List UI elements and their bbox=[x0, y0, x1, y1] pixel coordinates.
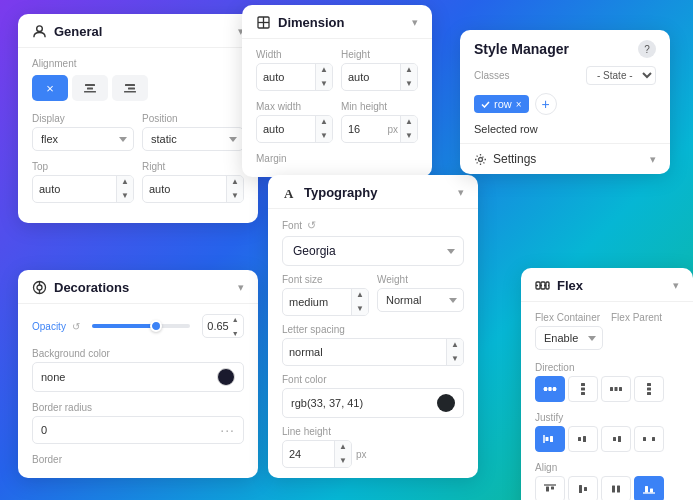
svg-rect-27 bbox=[610, 387, 613, 391]
decorations-chevron-icon: ▾ bbox=[238, 281, 244, 294]
width-decrement[interactable]: ▼ bbox=[316, 77, 332, 91]
font-size-increment[interactable]: ▲ bbox=[352, 288, 368, 302]
min-height-increment[interactable]: ▲ bbox=[401, 115, 417, 129]
general-body: Alignment × Display bbox=[18, 48, 258, 223]
min-height-stepper: px ▲ ▼ bbox=[341, 115, 418, 143]
font-select[interactable]: Georgia bbox=[282, 236, 464, 266]
opacity-increment[interactable]: ▲ bbox=[232, 312, 239, 326]
flex-container-parent-row: Flex Container Enable Flex Parent bbox=[535, 312, 679, 352]
tag-close-button[interactable]: × bbox=[516, 99, 522, 110]
right-decrement[interactable]: ▼ bbox=[227, 189, 243, 203]
font-refresh-icon[interactable]: ↺ bbox=[307, 219, 316, 232]
font-size-input[interactable] bbox=[283, 296, 351, 308]
min-height-input[interactable] bbox=[342, 123, 386, 135]
align-center-btn[interactable] bbox=[568, 476, 598, 500]
justify-start-btn[interactable] bbox=[535, 426, 565, 452]
max-width-decrement[interactable]: ▼ bbox=[316, 129, 332, 143]
display-field: Display flex bbox=[32, 113, 134, 151]
align-end-btn[interactable] bbox=[634, 476, 664, 500]
direction-col-rev-btn[interactable] bbox=[634, 376, 664, 402]
help-button[interactable]: ? bbox=[638, 40, 656, 58]
flex-container-select[interactable]: Enable bbox=[535, 326, 603, 350]
letter-spacing-decrement[interactable]: ▼ bbox=[447, 352, 463, 366]
svg-rect-46 bbox=[584, 487, 587, 491]
top-decrement[interactable]: ▼ bbox=[117, 189, 133, 203]
svg-rect-1 bbox=[85, 84, 95, 86]
opacity-decrement[interactable]: ▼ bbox=[232, 326, 239, 340]
settings-row[interactable]: Settings ▾ bbox=[460, 143, 670, 174]
font-color-label: Font color bbox=[282, 374, 464, 385]
max-width-increment[interactable]: ▲ bbox=[316, 115, 332, 129]
state-dropdown[interactable]: - State - bbox=[586, 66, 656, 85]
top-increment[interactable]: ▲ bbox=[117, 175, 133, 189]
bg-color-swatch bbox=[217, 368, 235, 386]
letter-spacing-stepper: ▲ ▼ bbox=[282, 338, 464, 366]
height-decrement[interactable]: ▼ bbox=[401, 77, 417, 91]
border-radius-field[interactable]: 0 ··· bbox=[32, 416, 244, 444]
line-height-increment[interactable]: ▲ bbox=[335, 440, 351, 454]
dots-icon: ··· bbox=[220, 422, 235, 438]
min-height-label: Min height bbox=[341, 101, 418, 112]
direction-label: Direction bbox=[535, 362, 679, 373]
settings-chevron-icon: ▾ bbox=[650, 153, 656, 166]
direction-col-btn[interactable] bbox=[568, 376, 598, 402]
font-size-decrement[interactable]: ▼ bbox=[352, 302, 368, 316]
align-right-button[interactable] bbox=[112, 75, 148, 101]
line-height-input[interactable] bbox=[283, 448, 334, 460]
height-input[interactable] bbox=[342, 71, 400, 83]
maxw-minh-row: Max width ▲ ▼ Min height px ▲ ▼ bbox=[256, 101, 418, 143]
max-width-input[interactable] bbox=[257, 123, 315, 135]
width-increment[interactable]: ▲ bbox=[316, 63, 332, 77]
max-width-label: Max width bbox=[256, 101, 333, 112]
font-color-swatch bbox=[437, 394, 455, 412]
line-height-decrement[interactable]: ▼ bbox=[335, 454, 351, 468]
letter-spacing-increment[interactable]: ▲ bbox=[447, 338, 463, 352]
top-field: Top ▲ ▼ bbox=[32, 161, 134, 203]
justify-row: Justify bbox=[535, 412, 679, 452]
right-input[interactable] bbox=[143, 183, 226, 195]
weight-select[interactable]: Normal bbox=[377, 288, 464, 312]
justify-end-btn[interactable] bbox=[601, 426, 631, 452]
opacity-slider-thumb[interactable] bbox=[150, 320, 162, 332]
line-height-unit: px bbox=[356, 449, 367, 460]
bg-color-field[interactable]: none bbox=[32, 362, 244, 392]
font-color-field[interactable]: rgb(33, 37, 41) bbox=[282, 388, 464, 418]
flex-header: Flex ▾ bbox=[521, 268, 693, 302]
top-input[interactable] bbox=[33, 183, 116, 195]
flex-container-field: Flex Container Enable bbox=[535, 312, 603, 352]
direction-row-rev-icon bbox=[609, 384, 623, 394]
fontsize-weight-row: Font size ▲ ▼ Weight Normal bbox=[282, 274, 464, 316]
add-class-button[interactable]: + bbox=[535, 93, 557, 115]
refresh-icon[interactable]: ↺ bbox=[72, 321, 80, 332]
direction-row-btn[interactable] bbox=[535, 376, 565, 402]
align-center-button[interactable] bbox=[72, 75, 108, 101]
bg-color-label: Background color bbox=[32, 348, 244, 359]
top-right-row: Top ▲ ▼ Right ▲ ▼ bbox=[32, 161, 244, 203]
class-tags-row: row × + bbox=[460, 93, 670, 123]
min-height-field: Min height px ▲ ▼ bbox=[341, 101, 418, 143]
letter-spacing-input[interactable] bbox=[283, 346, 446, 358]
display-position-row: Display flex Position static bbox=[32, 113, 244, 151]
svg-rect-5 bbox=[128, 88, 135, 90]
flex-icon bbox=[535, 278, 550, 293]
min-height-decrement[interactable]: ▼ bbox=[401, 129, 417, 143]
settings-label: Settings bbox=[474, 152, 536, 166]
align-start-btn[interactable] bbox=[535, 476, 565, 500]
opacity-stepper-btns: ▲ ▼ bbox=[232, 312, 239, 340]
display-select[interactable]: flex bbox=[32, 127, 134, 151]
right-stepper: ▲ ▼ bbox=[142, 175, 244, 203]
height-increment[interactable]: ▲ bbox=[401, 63, 417, 77]
align-x-button[interactable]: × bbox=[32, 75, 68, 101]
justify-center-btn[interactable] bbox=[568, 426, 598, 452]
align-stretch-btn[interactable] bbox=[601, 476, 631, 500]
svg-rect-35 bbox=[550, 436, 553, 442]
right-increment[interactable]: ▲ bbox=[227, 175, 243, 189]
max-width-stepper: ▲ ▼ bbox=[256, 115, 333, 143]
position-select[interactable]: static bbox=[142, 127, 244, 151]
border-radius-label: Border radius bbox=[32, 402, 244, 413]
width-input[interactable] bbox=[257, 71, 315, 83]
align-center-icon bbox=[576, 484, 590, 494]
justify-between-btn[interactable] bbox=[634, 426, 664, 452]
opacity-label: Opacity bbox=[32, 321, 66, 332]
direction-row-rev-btn[interactable] bbox=[601, 376, 631, 402]
